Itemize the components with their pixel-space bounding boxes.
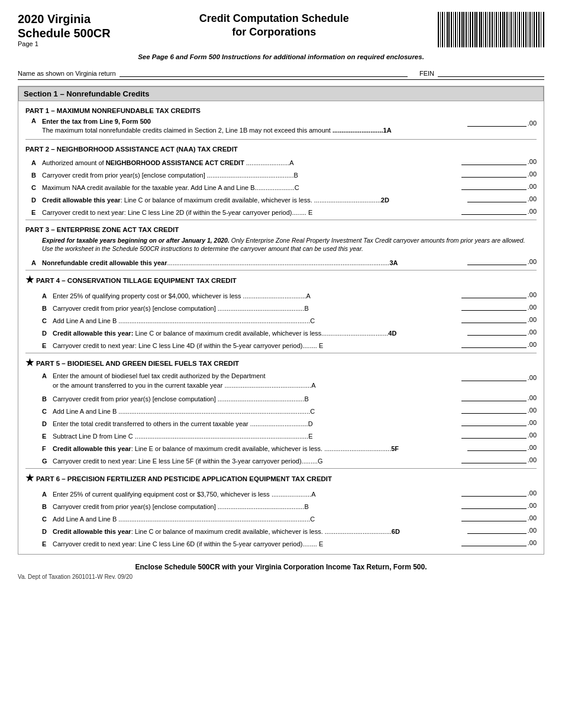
part2-lineC-amount: .00: [454, 181, 537, 190]
part3-lineA-cents: .00: [528, 258, 537, 265]
part5-star: ★: [25, 357, 34, 368]
part6-lineA-amount: .00: [454, 487, 537, 497]
fein-input-line[interactable]: [438, 67, 544, 77]
part4-lineC-cents: .00: [528, 316, 537, 323]
part1-lineA-note: The maximum total nonrefundable credits …: [42, 127, 331, 134]
part5-lineE-row: E Subtract Line D from Line C ..........…: [25, 429, 537, 440]
part2-lineE-text: Carryover credit to next year: Line C le…: [42, 209, 454, 216]
part5-lineA-letter: A: [42, 372, 53, 379]
part6-lineD-underline[interactable]: [467, 524, 527, 534]
part4-lineE-underline[interactable]: [461, 339, 527, 348]
name-input-line[interactable]: [119, 67, 408, 77]
part4-lineB-amount: .00: [454, 301, 537, 311]
part4-lineC-letter: C: [42, 317, 53, 324]
part5-lineD-row: D Enter the total credit transferred to …: [25, 417, 537, 427]
part4-lineD-row: D Credit allowable this year: Line C or …: [25, 326, 537, 337]
page-header: 2020 Virginia Schedule 500CR Page 1 Cred…: [18, 12, 544, 47]
part5-lineG-underline[interactable]: [461, 454, 527, 463]
part6-lineA-text: Enter 25% of current qualifying equipmen…: [53, 491, 454, 498]
part5-lineE-letter: E: [42, 433, 53, 440]
part2-lineA-underline[interactable]: [461, 156, 527, 165]
part5-lineD-underline[interactable]: [461, 417, 527, 426]
part5-lineC-letter: C: [42, 408, 53, 415]
part2-lineD-row: D Credit allowable this year: Line C or …: [25, 193, 537, 204]
part6-lineC-letter: C: [42, 516, 53, 523]
part4-lineC-amount: .00: [454, 314, 537, 323]
part5-lineE-underline[interactable]: [461, 429, 527, 439]
name-fein-row: Name as shown on Virginia return FEIN: [18, 67, 544, 80]
part5-lineA-text: Enter the amount of biodiesel fuel tax c…: [53, 372, 454, 390]
part6-lineE-underline[interactable]: [461, 537, 527, 546]
part2-lineD-underline[interactable]: [467, 193, 527, 202]
part2-lineC-underline[interactable]: [461, 181, 527, 190]
part4-lineA-amount: .00: [454, 289, 537, 298]
part1-lineA-ref-inline: ............................1A: [332, 127, 392, 134]
main-form-container: Section 1 – Nonrefundable Credits PART 1…: [18, 86, 544, 555]
part5-lineA-cents: .00: [528, 374, 537, 381]
part2-lineE-underline[interactable]: [461, 205, 527, 215]
part6-lineB-underline[interactable]: [461, 500, 527, 509]
part5-lineB-letter: B: [42, 395, 53, 402]
part1-header: PART 1 – MAXIMUM NONREFUNDABLE TAX CREDI…: [25, 107, 537, 114]
part3-lineA-letter: A: [31, 259, 42, 266]
part4-lineD-letter: D: [42, 330, 53, 337]
fein-label: FEIN: [419, 70, 434, 77]
part5-lineG-amount: .00: [454, 454, 537, 463]
part3-lineA-amount: .00: [466, 256, 537, 265]
part2-lineB-text: Carryover credit from prior year(s) [enc…: [42, 172, 454, 179]
part5-lineB-text: Carryover credit from prior year(s) [enc…: [53, 395, 454, 402]
part6-lineA-cents: .00: [528, 489, 537, 497]
part3-italic-note: Expired for taxable years beginning on o…: [25, 236, 537, 253]
part2-lineD-cents: .00: [528, 195, 537, 202]
part5-lineB-amount: .00: [454, 392, 537, 401]
form-title-line2: Schedule 500CR: [18, 26, 111, 40]
part5-lineF-row: F Credit allowable this year: Line E or …: [25, 442, 537, 452]
part5-lineF-cents: .00: [528, 444, 537, 451]
part5-lineA-underline[interactable]: [461, 372, 527, 381]
part6-lineE-row: E Carryover credit to next year: Line C …: [25, 537, 537, 547]
page-number: Page 1: [18, 40, 111, 47]
part2-lineD-letter: D: [31, 197, 42, 204]
part1-lineA-bold: Enter the tax from Line 9, Form 500: [42, 118, 151, 125]
part1-lineA-underline[interactable]: [467, 117, 527, 127]
part1-lineA-amount: .00: [466, 117, 537, 127]
part5-lineF-underline[interactable]: [467, 442, 527, 451]
part2-lineD-text: Credit allowable this year: Line C or ba…: [42, 197, 466, 204]
part2-lineA-letter: A: [31, 159, 42, 166]
part6-star: ★: [25, 472, 34, 484]
part5-lineD-text: Enter the total credit transferred to ot…: [53, 420, 454, 427]
part5-header: PART 5 – BIODIESEL AND GREEN DIESEL FUEL…: [36, 360, 239, 367]
part4-lineD-underline[interactable]: [467, 326, 527, 336]
part6-lineE-letter: E: [42, 540, 53, 547]
part6-lineC-underline[interactable]: [461, 512, 527, 521]
part6-lineC-cents: .00: [528, 514, 537, 521]
part3-lineA-text: Nonrefundable credit allowable this year…: [42, 259, 466, 266]
part2-lineC-cents: .00: [528, 183, 537, 190]
part5-lineB-underline[interactable]: [461, 392, 527, 401]
part4-lineB-text: Carryover credit from prior year(s) [enc…: [53, 305, 454, 312]
barcode-image: [438, 12, 544, 47]
part5-lineE-cents: .00: [528, 431, 537, 439]
part6-lineA-underline[interactable]: [461, 487, 527, 497]
part2-lineB-underline[interactable]: [461, 168, 527, 178]
form-title-center: Credit Computation Schedule for Corporat…: [111, 12, 438, 40]
part5-lineA-amount: .00: [454, 372, 537, 381]
part5-lineE-amount: .00: [454, 429, 537, 439]
part4-lineA-text: Enter 25% of qualifying property cost or…: [53, 292, 454, 299]
part4-lineC-underline[interactable]: [461, 314, 527, 323]
part2-header: PART 2 – NEIGHBORHOOD ASSISTANCE ACT (NA…: [25, 146, 537, 153]
part2-lineC-row: C Maximum NAA credit available for the t…: [25, 181, 537, 191]
part6-lineB-text: Carryover credit from prior year(s) [enc…: [53, 503, 454, 510]
part4-lineB-underline[interactable]: [461, 301, 527, 311]
part5-lineD-letter: D: [42, 420, 53, 427]
part6-lineD-amount: .00: [466, 524, 537, 534]
part3-lineA-underline[interactable]: [467, 256, 527, 265]
part4-lineE-text: Carryover credit to next year: Line C le…: [53, 342, 454, 349]
part5-lineC-underline[interactable]: [461, 404, 527, 414]
footer-bold-text: Enclose Schedule 500CR with your Virgini…: [18, 563, 544, 571]
part4-lineA-row: A Enter 25% of qualifying property cost …: [25, 289, 537, 299]
part4-lineA-underline[interactable]: [461, 289, 527, 298]
part2-lineB-row: B Carryover credit from prior year(s) [e…: [25, 168, 537, 179]
part4-lineE-amount: .00: [454, 339, 537, 348]
part1-lineA-row: A Enter the tax from Line 9, Form 500 Th…: [25, 117, 537, 136]
